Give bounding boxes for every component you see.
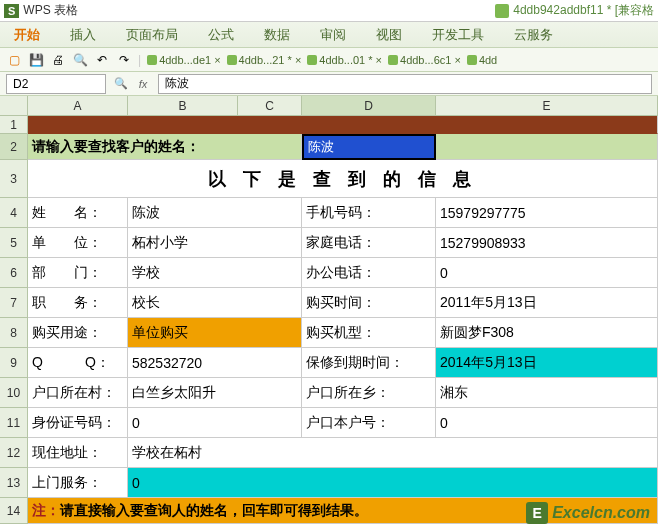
cell[interactable] [436, 134, 658, 160]
col-header[interactable]: B [128, 96, 238, 116]
document-icon [495, 4, 509, 18]
doc-tab[interactable]: 4dd [467, 54, 497, 66]
field-value[interactable]: 湘东 [436, 378, 658, 408]
search-icon[interactable]: 🔍 [112, 75, 130, 93]
new-icon[interactable]: ▢ [6, 52, 22, 68]
row-header[interactable]: 7 [0, 288, 28, 318]
field-value[interactable]: 2014年5月13日 [436, 348, 658, 378]
row-header[interactable]: 6 [0, 258, 28, 288]
field-value[interactable]: 单位购买 [128, 318, 302, 348]
field-label[interactable]: 手机号码： [302, 198, 436, 228]
field-label[interactable]: 家庭电话： [302, 228, 436, 258]
result-title[interactable]: 以 下 是 查 到 的 信 息 [28, 160, 658, 198]
menu-review[interactable]: 审阅 [314, 24, 352, 46]
field-value[interactable]: 白竺乡太阳升 [128, 378, 302, 408]
field-label[interactable]: 单 位： [28, 228, 128, 258]
field-label[interactable]: 户口本户号： [302, 408, 436, 438]
save-icon[interactable]: 💾 [28, 52, 44, 68]
menu-devtools[interactable]: 开发工具 [426, 24, 490, 46]
field-label[interactable]: 现住地址： [28, 438, 128, 468]
field-label[interactable]: 姓 名： [28, 198, 128, 228]
select-all-corner[interactable] [0, 96, 28, 116]
doc-tab[interactable]: 4ddb...21 * × [227, 54, 302, 66]
field-value[interactable]: 校长 [128, 288, 302, 318]
menu-cloud[interactable]: 云服务 [508, 24, 559, 46]
excel-icon: E [526, 502, 548, 524]
field-label[interactable]: 购买时间： [302, 288, 436, 318]
field-value[interactable]: 学校在柘村 [128, 438, 658, 468]
field-label[interactable]: 保修到期时间： [302, 348, 436, 378]
row-header[interactable]: 4 [0, 198, 28, 228]
name-box[interactable]: D2 [6, 74, 106, 94]
col-header[interactable]: A [28, 96, 128, 116]
field-value[interactable]: 学校 [128, 258, 302, 288]
row-header[interactable]: 13 [0, 468, 28, 498]
row-header[interactable]: 9 [0, 348, 28, 378]
note-label: 注： [32, 502, 60, 520]
menu-start[interactable]: 开始 [8, 24, 46, 46]
undo-icon[interactable]: ↶ [94, 52, 110, 68]
field-value[interactable]: 陈波 [128, 198, 302, 228]
menu-pagelayout[interactable]: 页面布局 [120, 24, 184, 46]
menubar: 开始 插入 页面布局 公式 数据 审阅 视图 开发工具 云服务 [0, 22, 658, 48]
row-header[interactable]: 12 [0, 438, 28, 468]
field-value[interactable]: 0 [436, 258, 658, 288]
row-header[interactable]: 2 [0, 134, 28, 160]
toolbar: ▢ 💾 🖨 🔍 ↶ ↷ | 4ddb...de1 × 4ddb...21 * ×… [0, 48, 658, 72]
doc-tab[interactable]: 4ddb...de1 × [147, 54, 220, 66]
field-value[interactable]: 15979297775 [436, 198, 658, 228]
field-label[interactable]: 职 务： [28, 288, 128, 318]
field-value[interactable]: 15279908933 [436, 228, 658, 258]
field-label[interactable]: 身份证号码： [28, 408, 128, 438]
note-text: 请直接输入要查询人的姓名，回车即可得到结果。 [60, 502, 368, 520]
col-header[interactable]: C [238, 96, 302, 116]
document-name: 4ddb942addbf11 * [兼容格 [513, 2, 654, 19]
row-header[interactable]: 10 [0, 378, 28, 408]
menu-data[interactable]: 数据 [258, 24, 296, 46]
field-value[interactable]: 新圆梦F308 [436, 318, 658, 348]
field-value[interactable]: 0 [128, 468, 658, 498]
field-value[interactable]: 柘村小学 [128, 228, 302, 258]
formula-bar[interactable]: 陈波 [158, 74, 652, 94]
field-label[interactable]: 部 门： [28, 258, 128, 288]
field-label[interactable]: 户口所在乡： [302, 378, 436, 408]
field-label[interactable]: 办公电话： [302, 258, 436, 288]
wps-logo: S [4, 4, 19, 18]
menu-view[interactable]: 视图 [370, 24, 408, 46]
field-label[interactable]: 购买用途： [28, 318, 128, 348]
row-header[interactable]: 14 [0, 498, 28, 524]
fx-icon[interactable]: fx [134, 75, 152, 93]
row-header[interactable]: 8 [0, 318, 28, 348]
print-icon[interactable]: 🖨 [50, 52, 66, 68]
field-value[interactable]: 2011年5月13日 [436, 288, 658, 318]
field-value[interactable]: 0 [436, 408, 658, 438]
formula-bar-row: D2 🔍 fx 陈波 [0, 72, 658, 96]
watermark: E Excelcn.com [526, 502, 650, 524]
field-label[interactable]: 户口所在村： [28, 378, 128, 408]
menu-insert[interactable]: 插入 [64, 24, 102, 46]
titlebar: S WPS 表格 4ddb942addbf11 * [兼容格 [0, 0, 658, 22]
doc-tab[interactable]: 4ddb...01 * × [307, 54, 382, 66]
menu-formula[interactable]: 公式 [202, 24, 240, 46]
cell[interactable] [28, 116, 658, 134]
row-header[interactable]: 3 [0, 160, 28, 198]
spreadsheet-grid: A B C D E 1 2 请输入要查找客户的姓名： 陈波 3 以 下 是 查 … [0, 96, 658, 532]
field-label[interactable]: 上门服务： [28, 468, 128, 498]
row-header[interactable]: 1 [0, 116, 28, 134]
row-header[interactable]: 5 [0, 228, 28, 258]
field-value[interactable]: 582532720 [128, 348, 302, 378]
col-header[interactable]: E [436, 96, 658, 116]
doc-tab[interactable]: 4ddb...6c1 × [388, 54, 461, 66]
field-label[interactable]: 购买机型： [302, 318, 436, 348]
row-header[interactable]: 11 [0, 408, 28, 438]
redo-icon[interactable]: ↷ [116, 52, 132, 68]
search-input-cell[interactable]: 陈波 [302, 134, 436, 160]
field-label[interactable]: Q Q： [28, 348, 128, 378]
app-title: WPS 表格 [23, 2, 78, 19]
field-value[interactable]: 0 [128, 408, 302, 438]
col-header[interactable]: D [302, 96, 436, 116]
search-label[interactable]: 请输入要查找客户的姓名： [28, 134, 302, 160]
preview-icon[interactable]: 🔍 [72, 52, 88, 68]
